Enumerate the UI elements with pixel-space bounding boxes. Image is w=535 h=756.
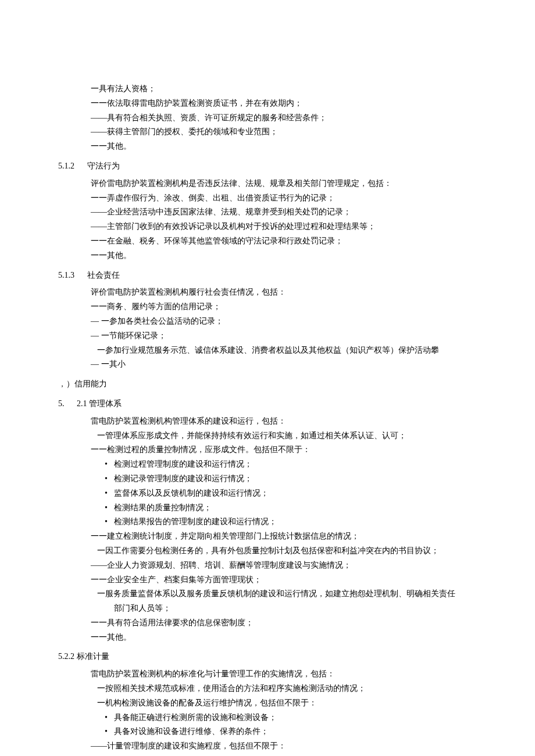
- section-number: 5.1.2: [58, 159, 74, 173]
- bullet-item: 具备能正确进行检测所需的设施和检测设备；: [58, 711, 477, 725]
- bullet-item: 检测过程管理制度的建设和运行情况；: [58, 457, 477, 471]
- list-item: 一一其他。: [58, 249, 477, 263]
- list-item: 一因工作需要分包检测任务的，具有外包质量控制计划及包括保密和利益冲突在内的书目协…: [58, 544, 477, 558]
- section-lead: 评价雷电防护装置检测机构履行社会责任情况，包括：: [58, 285, 477, 299]
- list-item: 一一检测过程的质量控制情况，应形成文件。包括但不限于：: [58, 443, 477, 457]
- section-lead: 雷电防护装置检测机构管理体系的建设和运行，包括：: [58, 414, 477, 428]
- section-title: 标准计量: [77, 652, 109, 661]
- list-item: — 一其小: [58, 357, 477, 371]
- list-item: ——具有符合相关执照、资质、许可证所规定的服务和经营条件；: [58, 111, 477, 125]
- list-item: 一一依法取得雷电防护装置检测资质证书，并在有效期内；: [58, 96, 477, 110]
- section-lead: 评价雷电防护装置检测机构是否违反法律、法规、规章及相关部门管理规定，包括：: [58, 177, 477, 191]
- bullet-item: 监督体系以及反馈机制的建设和运行情况；: [58, 486, 477, 500]
- list-item: 一具有法人资格；: [58, 82, 477, 96]
- list-item: 一一企业安全生产、档案归集等方面管理现状；: [58, 573, 477, 587]
- bullet-item: 具有与检测认证机构相适应的计量体系文件，并保持有效运行和实施；: [58, 754, 477, 756]
- list-item: 一一弄虚作假行为、涂改、倒卖、出租、出借资质证书行为的记录；: [58, 191, 477, 205]
- list-item: ——企业经营活动中违反国家法律、法规、规章并受到相关处罚的记录；: [58, 205, 477, 219]
- section-number: 5.2.2: [58, 652, 74, 661]
- section-heading-513: 5.1.3 社会责任: [58, 268, 477, 282]
- list-item: 一机构检测设施设备的配备及运行维护情况，包括但不限于：: [58, 696, 477, 710]
- bullet-item: 检测记录管理制度的建设和运行情况；: [58, 472, 477, 486]
- list-item: ——获得主管部门的授权、委托的领域和专业范围；: [58, 125, 477, 139]
- list-item: — 一节能环保记录；: [58, 329, 477, 343]
- section-title: 守法行为: [87, 162, 120, 170]
- list-item: 一一在金融、税务、环保等其他监管领域的守法记录和行政处罚记录；: [58, 234, 477, 248]
- section-heading-52: ，）信用能力: [58, 377, 477, 391]
- list-item: ——企业人力资源规划、招聘、培训、薪酬等管理制度建设与实施情况；: [58, 558, 477, 572]
- list-item: 一管理体系应形成文件，并能保持持续有效运行和实施，如通过相关体系认证、认可；: [58, 429, 477, 443]
- section-heading-512: 5.1.2 守法行为: [58, 159, 477, 173]
- list-item: 一一商务、履约等方面的信用记录；: [58, 300, 477, 314]
- list-item: 一按照相关技术规范或标准，使用适合的方法和程序实施检测活动的情况；: [58, 682, 477, 696]
- list-item: 一参加行业规范服务示范、诚信体系建设、消费者权益以及其他权益（知识产权等）保护活…: [58, 343, 477, 357]
- section-title: 社会责任: [87, 271, 120, 280]
- list-item: 一一其他。: [58, 139, 477, 153]
- list-item-continuation: 部门和人员等；: [58, 601, 477, 615]
- list-item: 一服务质量监督体系以及服务质量反馈机制的建设和运行情况，如建立抱怨处理机制、明确…: [58, 587, 477, 601]
- bullet-item: 检测结果报告的管理制度的建设和运行情况；: [58, 515, 477, 529]
- bullet-item: 检测结果的质量控制情况；: [58, 501, 477, 515]
- list-item: ——计量管理制度的建设和实施程度，包括但不限于：: [58, 739, 477, 753]
- list-item: 一一建立检测统计制度，并定期向相关管理部门上报统计数据信息的情况；: [58, 529, 477, 543]
- section-number: 5.: [58, 397, 65, 411]
- list-item: — 一参加各类社会公益活动的记录；: [58, 314, 477, 328]
- list-item: 一一具有符合适用法律要求的信息保密制度；: [58, 616, 477, 630]
- list-item: ——主管部门收到的有效投诉记录以及机构对于投诉的处理过程和处理结果等；: [58, 220, 477, 234]
- section-number: 5.1.3: [58, 268, 74, 282]
- bullet-item: 具备对设施和设备进行维修、保养的条件；: [58, 725, 477, 739]
- list-item: 一一其他。: [58, 630, 477, 644]
- section-heading-522: 5.2.2 标准计量: [58, 650, 477, 664]
- section-lead: 雷电防护装置检测机构的标准化与计量管理工作的实施情况，包括：: [58, 667, 477, 681]
- section-title: 2.1 管理体系: [77, 399, 122, 408]
- section-heading-521: 5. 2.1 管理体系: [58, 397, 477, 411]
